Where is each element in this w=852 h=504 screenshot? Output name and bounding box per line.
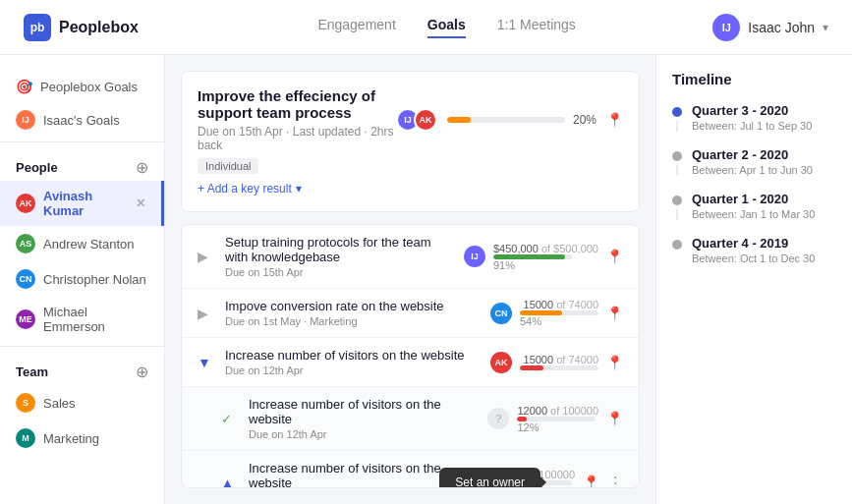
expand-icon-1[interactable]: ▶ [198, 249, 213, 264]
collapse-icon-3[interactable]: ▼ [198, 355, 213, 370]
amount-2: 15000 of 74000 [520, 299, 598, 310]
child-pct-3-1: 12% [517, 421, 598, 433]
timeline-dot-q1 [672, 196, 682, 205]
timeline-q4-label: Quarter 4 - 2019 [692, 236, 836, 251]
subgoal-meta-2: Due on 1st May · Marketing [225, 315, 479, 327]
child-row-3-2: ▲ Increase number of visitors on the web… [182, 451, 639, 488]
remove-avinash-icon[interactable]: ✕ [136, 196, 145, 210]
timeline-content-q2: Quarter 2 - 2020 Between: Apr 1 to Jun 3… [692, 147, 836, 176]
timeline-line-q1 [672, 192, 682, 220]
tab-engagement[interactable]: Engagement [317, 17, 395, 38]
sidebar-item-andrew[interactable]: AS Andrew Stanton [0, 226, 164, 261]
logo-text: Peoplebox [59, 19, 139, 36]
child-meta-3-1: Due on 12th Apr [249, 428, 476, 440]
main-layout: 🎯 Peoplebox Goals IJ Isaac's Goals Peopl… [0, 55, 852, 504]
people-section-title: People [16, 160, 58, 175]
sidebar-label-isaac-goals: Isaac's Goals [43, 113, 120, 128]
michael-avatar: ME [16, 309, 35, 329]
timeline-line-3 [676, 209, 678, 220]
timeline-q3-range: Between: Jul 1 to Sep 30 [692, 120, 836, 132]
child-info-3-1: Increase number of visitors on the websi… [249, 397, 476, 440]
timeline-line-1 [676, 121, 678, 132]
set-owner-tooltip[interactable]: Set an owner [439, 468, 540, 488]
amount-1: $450,000 of $500,000 [493, 243, 598, 254]
sidebar-item-peoplebox-goals[interactable]: 🎯 Peoplebox Goals [0, 71, 164, 102]
child-amount-3-1: 12000 of 100000 [517, 405, 598, 417]
timeline-q3-2020[interactable]: Quarter 3 - 2020 Between: Jul 1 to Sep 3… [672, 103, 836, 132]
subgoal-info-3: Increase number of visitors on the websi… [225, 348, 479, 376]
isaac-avatar: IJ [16, 110, 35, 130]
check-icon-3-1: ✓ [221, 412, 237, 426]
subgoal-avatar-1: IJ [464, 246, 485, 267]
show-key-results-button[interactable]: + Add a key result ▾ [198, 182, 623, 196]
dots-icon-3-2[interactable]: ⋮ [607, 474, 623, 489]
sidebar-label-michael: Michael Emmerson [43, 305, 148, 334]
nav-tabs: Engagement Goals 1:1 Meetings [181, 17, 712, 38]
timeline-q2-range: Between: Apr 1 to Jun 30 [692, 164, 836, 176]
timeline-q1-range: Between: Jan 1 to Mar 30 [692, 208, 836, 220]
sidebar-item-avinash[interactable]: AK Avinash Kumar ✕ [0, 181, 164, 226]
expand-icon-2[interactable]: ▶ [198, 306, 213, 321]
timeline-dot-q3 [672, 107, 682, 117]
goal-tag-row: Individual [198, 152, 623, 174]
timeline-line-q4 [672, 236, 682, 264]
collapse-child-3-2[interactable]: ▲ [221, 476, 237, 489]
timeline-q4-2019[interactable]: Quarter 4 - 2019 Between: Oct 1 to Dec 3… [672, 236, 836, 264]
timeline-q1-2020[interactable]: Quarter 1 - 2020 Between: Jan 1 to Mar 3… [672, 192, 836, 220]
timeline-q2-2020[interactable]: Quarter 2 - 2020 Between: Apr 1 to Jun 3… [672, 147, 836, 176]
subgoal-progress-wrap-3: 15000 of 74000 [520, 354, 598, 370]
timeline-content-q1: Quarter 1 - 2020 Between: Jan 1 to Mar 3… [692, 192, 836, 220]
timeline-q4-range: Between: Oct 1 to Dec 30 [692, 252, 836, 264]
pct-2: 54% [520, 315, 598, 327]
child-progress-3-1: 12000 of 100000 12% [517, 405, 598, 433]
child-right-3-2: Set an owner 12000 of 100000 12% 📍 ⋮ [493, 469, 623, 489]
timeline-line-q3 [672, 103, 682, 132]
avinash-avatar: AK [16, 194, 35, 213]
location-icon-1: 📍 [606, 249, 623, 264]
main-progress-label: 20% [573, 113, 596, 127]
sales-avatar: S [16, 393, 35, 413]
subgoal-avatar-3: AK [490, 352, 512, 373]
sidebar-item-christopher[interactable]: CN Christopher Nolan [0, 261, 164, 297]
goal-avatar-ak: AK [414, 108, 437, 132]
team-section-title: Team [16, 364, 48, 379]
timeline-line-2 [676, 165, 678, 176]
timeline-dot-q4 [672, 240, 682, 250]
user-avatar: IJ [712, 14, 740, 41]
timeline-q3-label: Quarter 3 - 2020 [692, 103, 836, 118]
user-menu[interactable]: IJ Isaac John ▾ [712, 14, 828, 41]
subgoal-list: ▶ Setup training protocols for the team … [181, 224, 640, 488]
logo-icon: pb [24, 14, 51, 41]
goal-avatars: IJ AK [402, 108, 437, 132]
content-area: Improve the effeciency of support team p… [165, 55, 655, 504]
sidebar-item-michael[interactable]: ME Michael Emmerson [0, 297, 164, 342]
tab-meetings[interactable]: 1:1 Meetings [497, 17, 576, 38]
subgoal-meta-1: Due on 15th Apr [225, 266, 452, 278]
subgoal-avatar-2: CN [490, 303, 512, 324]
user-name: Isaac John [748, 20, 815, 35]
sidebar-item-marketing[interactable]: M Marketing [0, 420, 164, 456]
subgoal-progress-wrap-1: $450,000 of $500,000 91% [493, 243, 598, 271]
add-person-button[interactable]: ⊕ [136, 158, 148, 177]
andrew-avatar: AS [16, 234, 35, 253]
subgoal-right-2: CN 15000 of 74000 54% 📍 [490, 299, 623, 327]
timeline-dot-q2 [672, 151, 682, 161]
goal-title-wrap: Improve the effeciency of support team p… [198, 87, 402, 152]
sidebar-label-avinash: Avinash Kumar [43, 189, 128, 218]
timeline-title: Timeline [672, 71, 836, 87]
add-team-button[interactable]: ⊕ [136, 363, 148, 381]
subgoal-info-1: Setup training protocols for the team wi… [225, 235, 452, 278]
sidebar-item-isaac-goals[interactable]: IJ Isaac's Goals [0, 102, 164, 138]
chevron-icon: ▾ [296, 182, 302, 196]
location-icon-3-2: 📍 [583, 475, 599, 488]
target-icon: 🎯 [16, 79, 32, 94]
subgoal-right-1: IJ $450,000 of $500,000 91% 📍 [464, 243, 623, 271]
goal-title: Improve the effeciency of support team p… [198, 87, 402, 121]
sidebar-item-sales[interactable]: S Sales [0, 385, 164, 420]
people-section-header: People ⊕ [0, 146, 164, 181]
tab-goals[interactable]: Goals [427, 17, 466, 38]
sidebar-label-marketing: Marketing [43, 431, 99, 446]
child-right-3-1: ? 12000 of 100000 12% 📍 [487, 405, 623, 433]
main-progress-bar [447, 117, 565, 123]
sidebar-label-christopher: Christopher Nolan [43, 272, 146, 287]
